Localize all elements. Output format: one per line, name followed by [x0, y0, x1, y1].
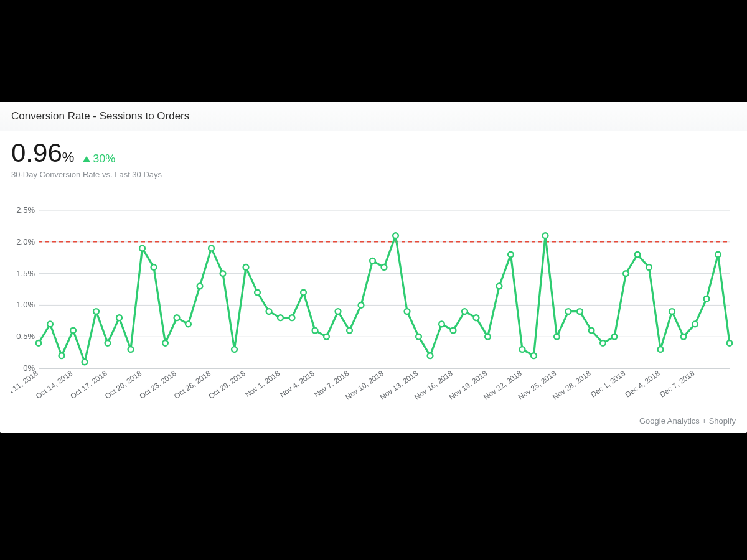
- x-tick-label: Nov 28, 2018: [551, 369, 593, 402]
- x-tick-label: Oct 23, 2018: [138, 369, 178, 401]
- x-tick-label: Dec 1, 2018: [589, 369, 627, 399]
- series-point: [554, 334, 560, 340]
- series-point: [70, 328, 76, 334]
- series-point: [508, 252, 514, 258]
- series-point: [462, 309, 467, 314]
- kpi-subtext: 30-Day Conversion Rate vs. Last 30 Days: [11, 170, 736, 179]
- series-point: [186, 321, 191, 327]
- series-point: [347, 328, 352, 334]
- y-tick-label: 2.0%: [16, 237, 35, 246]
- series-line: [39, 236, 730, 362]
- series-point: [635, 252, 641, 258]
- y-tick-label: 1.0%: [16, 300, 35, 309]
- kpi-delta: 30%: [83, 152, 115, 166]
- x-tick-label: Oct 26, 2018: [172, 369, 213, 401]
- series-point: [439, 321, 444, 327]
- series-point: [600, 340, 606, 346]
- conversion-line-chart: 0%0.5%1.0%1.5%2.0%2.5%Oct 11, 2018Oct 14…: [11, 207, 736, 409]
- x-tick-label: Nov 25, 2018: [517, 369, 558, 402]
- series-point: [289, 315, 295, 320]
- series-point: [359, 302, 364, 308]
- x-tick-label: Oct 20, 2018: [103, 369, 144, 401]
- y-tick-label: 2.5%: [16, 207, 35, 215]
- series-point: [324, 334, 329, 340]
- kpi-value: 0.96%: [11, 140, 74, 166]
- series-point: [278, 315, 283, 320]
- series-point: [174, 315, 180, 320]
- series-point: [543, 233, 548, 238]
- series-point: [520, 347, 525, 352]
- series-point: [312, 328, 318, 334]
- series-point: [646, 264, 652, 270]
- series-point: [485, 334, 491, 340]
- series-point: [681, 334, 687, 340]
- series-point: [382, 264, 387, 270]
- series-point: [416, 334, 421, 340]
- kpi-percent-sign: %: [62, 149, 75, 165]
- series-point: [209, 246, 214, 251]
- series-point: [59, 353, 65, 358]
- series-point: [623, 271, 629, 276]
- series-point: [497, 284, 502, 289]
- series-point: [451, 328, 456, 334]
- conversion-rate-card: Conversion Rate - Sessions to Orders 0.9…: [0, 102, 747, 433]
- x-tick-label: Oct 17, 2018: [68, 369, 109, 401]
- series-point: [220, 271, 226, 276]
- series-point: [704, 296, 710, 302]
- series-point: [197, 284, 203, 289]
- x-tick-label: Dec 4, 2018: [624, 369, 662, 399]
- series-point: [393, 233, 398, 238]
- x-tick-label: Nov 4, 2018: [278, 369, 316, 399]
- series-point: [162, 340, 168, 346]
- series-point: [266, 309, 272, 314]
- series-point: [139, 246, 145, 251]
- series-point: [93, 309, 99, 314]
- series-point: [255, 290, 260, 296]
- series-point: [405, 309, 410, 314]
- series-point: [47, 321, 53, 327]
- x-tick-label: Oct 29, 2018: [207, 369, 247, 401]
- series-point: [428, 353, 433, 358]
- kpi-summary: 0.96% 30% 30-Day Conversion Rate vs. Las…: [0, 131, 747, 180]
- x-tick-label: Nov 1, 2018: [243, 369, 281, 399]
- card-title: Conversion Rate - Sessions to Orders: [11, 110, 189, 123]
- card-header: Conversion Rate - Sessions to Orders: [0, 102, 747, 131]
- series-point: [566, 309, 571, 314]
- series-point: [370, 258, 375, 264]
- x-tick-label: Nov 19, 2018: [448, 369, 489, 402]
- series-point: [82, 359, 88, 365]
- x-tick-label: Nov 13, 2018: [378, 369, 420, 402]
- series-point: [36, 340, 42, 346]
- series-point: [105, 340, 111, 346]
- chart-area: 0%0.5%1.0%1.5%2.0%2.5%Oct 11, 2018Oct 14…: [11, 207, 736, 409]
- x-tick-label: Dec 7, 2018: [658, 369, 696, 399]
- series-point: [116, 315, 122, 320]
- kpi-number: 0.96: [11, 138, 62, 167]
- kpi-delta-value: 30%: [93, 152, 115, 166]
- series-point: [232, 347, 237, 352]
- y-tick-label: 1.5%: [16, 269, 35, 278]
- series-point: [151, 264, 157, 270]
- x-tick-label: Oct 14, 2018: [34, 369, 75, 401]
- series-point: [727, 340, 733, 346]
- series-point: [128, 347, 134, 352]
- series-point: [669, 309, 675, 314]
- series-point: [577, 309, 583, 314]
- series-point: [692, 321, 698, 327]
- series-point: [715, 252, 721, 258]
- series-point: [301, 290, 306, 296]
- data-source-label: Google Analytics + Shopify: [639, 416, 736, 426]
- series-point: [531, 353, 537, 358]
- series-point: [658, 347, 664, 352]
- x-tick-label: Nov 16, 2018: [413, 369, 454, 402]
- x-tick-label: Nov 10, 2018: [344, 369, 385, 402]
- caret-up-icon: [83, 156, 90, 162]
- series-point: [589, 328, 594, 334]
- kpi-value-row: 0.96% 30%: [11, 140, 736, 166]
- series-point: [243, 264, 249, 270]
- y-tick-label: 0.5%: [16, 332, 35, 341]
- series-point: [336, 309, 341, 314]
- x-tick-label: Nov 22, 2018: [482, 369, 524, 402]
- series-point: [474, 315, 479, 320]
- series-point: [612, 334, 618, 340]
